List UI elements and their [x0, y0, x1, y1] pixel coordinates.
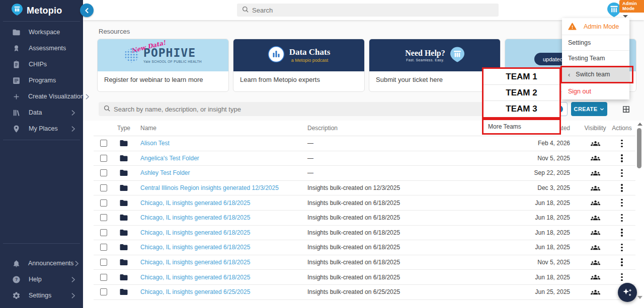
row-name-link[interactable]: Chicago, IL insights generated 6/18/2025 — [140, 274, 250, 281]
resource-card-pophive[interactable]: New Data! POPHIVE Yale SCHOOL OF PUBLIC … — [97, 39, 229, 92]
visibility-groups-icon[interactable] — [582, 228, 608, 237]
user-menu-caret-icon[interactable] — [623, 15, 628, 18]
visibility-groups-icon[interactable] — [582, 139, 608, 148]
sidebar-item-my-places[interactable]: My Places — [0, 121, 83, 137]
app-logo[interactable]: Metopio — [0, 0, 83, 21]
row-actions-kebab-icon[interactable] — [619, 257, 624, 268]
scrollbar-thumb[interactable] — [637, 128, 641, 168]
row-name-link[interactable]: Chicago, IL insights generated 6/18/2025 — [140, 214, 250, 221]
menu-item-settings[interactable]: Settings — [562, 35, 629, 51]
sidebar-item-programs[interactable]: Programs — [0, 72, 83, 88]
menu-item-testing-team[interactable]: Testing Team — [562, 51, 629, 66]
row-checkbox[interactable] — [100, 244, 107, 251]
visibility-groups-icon[interactable] — [582, 287, 608, 297]
team-item-team-2[interactable]: TEAM 2 — [484, 85, 559, 101]
row-description: — — [300, 169, 520, 176]
row-checkbox[interactable] — [100, 214, 107, 221]
row-actions-kebab-icon[interactable] — [619, 153, 624, 164]
visibility-groups-icon[interactable] — [582, 183, 608, 193]
row-name-link[interactable]: Chicago, IL insights generated 6/18/2025 — [140, 244, 250, 251]
row-checkbox[interactable] — [100, 140, 107, 147]
visibility-groups-icon[interactable] — [582, 213, 608, 223]
card-caption: Register for webinar to learn more — [98, 71, 228, 88]
menu-item-label: Sign out — [568, 88, 591, 95]
sidebar-item-data[interactable]: Data — [0, 105, 83, 121]
visibility-groups-icon[interactable] — [582, 243, 608, 252]
row-created-date: Dec 3, 2025 — [520, 184, 582, 191]
header-actions[interactable]: Actions — [608, 125, 635, 132]
create-button[interactable]: CREATE — [571, 102, 607, 116]
row-actions-kebab-icon[interactable] — [619, 213, 624, 224]
sidebar-item-help[interactable]: ?Help — [0, 271, 83, 287]
row-name-link[interactable]: Chicago, IL insights generated 6/25/2025 — [140, 288, 250, 295]
ai-assistant-fab[interactable] — [618, 283, 637, 302]
row-actions-kebab-icon[interactable] — [619, 242, 624, 253]
visibility-groups-icon[interactable] — [582, 153, 608, 163]
row-checkbox[interactable] — [100, 288, 107, 295]
row-checkbox[interactable] — [100, 169, 107, 176]
visibility-groups-icon[interactable] — [582, 258, 608, 267]
scrollbar-up-arrow[interactable] — [637, 123, 642, 126]
header-name[interactable]: Name — [134, 125, 300, 132]
chevron-right-icon — [70, 292, 76, 299]
sidebar-divider — [3, 140, 80, 140]
row-description: Insights bulk-created on 6/25/2025 — [300, 288, 520, 295]
row-checkbox[interactable] — [100, 274, 107, 281]
table-search[interactable] — [99, 102, 546, 116]
scrollbar-down-arrow[interactable] — [637, 296, 642, 299]
sidebar-item-chips[interactable]: CHIPs — [0, 56, 83, 72]
more-teams-item[interactable]: More Teams — [484, 120, 559, 133]
sidebar-item-create-visualization[interactable]: Create Visualization — [0, 88, 83, 105]
resources-title: Resources — [99, 28, 130, 35]
sidebar-item-announcements[interactable]: Announcements — [0, 255, 83, 271]
sidebar-item-settings[interactable]: Settings — [0, 287, 83, 303]
table-row: Chicago, IL insights generated 6/18/2025… — [94, 270, 635, 285]
data-chats-brand: Data Chats — [289, 48, 331, 57]
row-checkbox[interactable] — [100, 199, 107, 207]
row-name-link[interactable]: Chicago, IL insights generated 6/18/2025 — [140, 199, 250, 207]
menu-item-sign-out[interactable]: Sign out — [562, 83, 629, 99]
row-actions-kebab-icon[interactable] — [619, 168, 624, 179]
map-pin-icon — [12, 124, 21, 133]
row-checkbox[interactable] — [100, 155, 107, 162]
team-item-team-1[interactable]: TEAM 1 — [484, 69, 559, 85]
row-checkbox[interactable] — [100, 184, 107, 191]
gear-icon — [12, 291, 21, 300]
row-checkbox[interactable] — [100, 229, 107, 236]
visibility-groups-icon[interactable] — [582, 272, 608, 282]
sidebar-item-workspace[interactable]: Workspace — [0, 24, 83, 40]
grid-view-button[interactable] — [620, 104, 631, 115]
global-search[interactable] — [237, 4, 499, 17]
sidebar-item-assessments[interactable]: Assessments — [0, 40, 83, 56]
row-actions-kebab-icon[interactable] — [619, 227, 624, 238]
team-item-team-3[interactable]: TEAM 3 — [484, 101, 559, 117]
table-search-input[interactable] — [114, 106, 541, 113]
row-checkbox[interactable] — [100, 259, 107, 266]
header-visibility[interactable]: Visibility — [582, 125, 608, 132]
row-created-date: Jun 18, 2025 — [520, 214, 582, 221]
row-name-link[interactable]: Central Illinois Region insights generat… — [140, 184, 279, 191]
row-name-link[interactable]: Chicago, IL insights generated 6/18/2025 — [140, 229, 250, 236]
table-row: Central Illinois Region insights generat… — [94, 181, 635, 196]
resource-card-data-chats[interactable]: Data Chats a Metopio podcast Learn from … — [233, 39, 365, 92]
menu-item-admin-mode[interactable]: Admin Mode — [562, 18, 629, 35]
sidebar-collapse-button[interactable] — [80, 4, 94, 17]
row-actions-kebab-icon[interactable] — [619, 138, 624, 149]
resource-card-need-help[interactable]: Need Help? Fast. Seamless. Easy. Submit … — [369, 39, 501, 92]
global-search-input[interactable] — [252, 7, 494, 14]
menu-item-switch-team[interactable]: ‹Switch team — [562, 66, 629, 83]
header-type[interactable]: Type — [114, 125, 134, 132]
row-name-link[interactable]: Chicago, IL insights generated 6/18/2025 — [140, 259, 250, 266]
row-description: Insights bulk-created on 6/18/2025 — [300, 214, 520, 221]
table-row: Ashley Test Folder—Sep 22, 2025 — [94, 166, 635, 181]
main-content: Resources New Data! POPHIVE Yale SCHOOL … — [83, 20, 644, 308]
row-actions-kebab-icon[interactable] — [619, 272, 624, 283]
row-actions-kebab-icon[interactable] — [619, 197, 624, 209]
row-name-link[interactable]: Ashley Test Folder — [140, 169, 190, 176]
visibility-groups-icon[interactable] — [582, 168, 608, 178]
row-actions-kebab-icon[interactable] — [619, 182, 624, 193]
row-name-link[interactable]: Angelica's Test Folder — [140, 155, 199, 162]
user-avatar[interactable] — [607, 3, 621, 17]
row-name-link[interactable]: Alison Test — [140, 140, 170, 147]
visibility-groups-icon[interactable] — [582, 198, 608, 208]
